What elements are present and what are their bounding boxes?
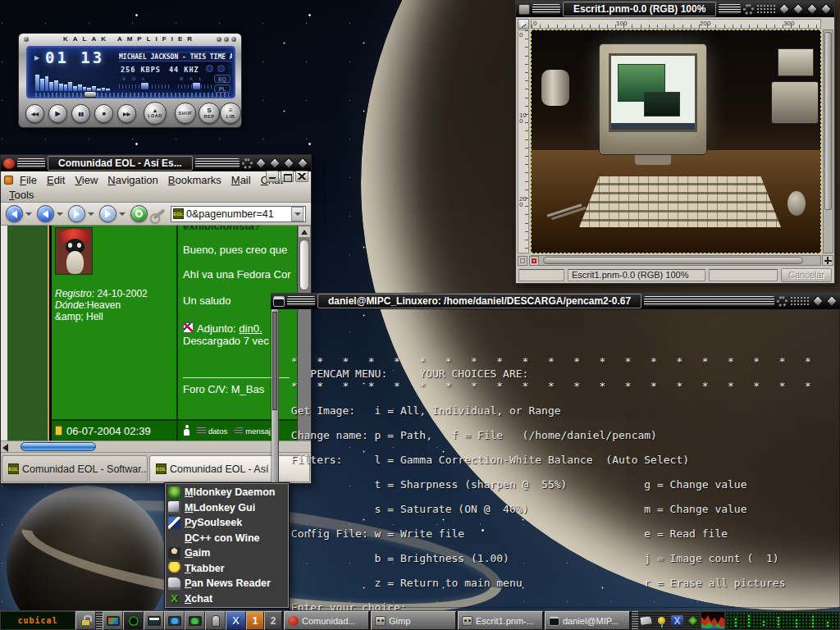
taskbar-window-escrit1[interactable]: Escrit1.pnm-... (458, 611, 543, 630)
spectrum-analyzer[interactable] (35, 71, 111, 91)
led-matrix-widget[interactable] (725, 611, 840, 630)
seek-knob[interactable] (84, 91, 97, 98)
gimp-image-window[interactable]: Escrit1.pnm-0.0 (RGB) 100% 0 100 200 300… (515, 0, 835, 284)
back-dropdown-caret[interactable] (25, 212, 32, 216)
scrollbar-thumb[interactable] (299, 240, 309, 290)
menu-edit[interactable]: Edit (47, 173, 65, 187)
forward-button[interactable] (68, 205, 85, 222)
mensaje-button[interactable]: mensaj (233, 427, 271, 436)
xmms-shade-dot[interactable] (224, 37, 229, 42)
seek-bar[interactable] (35, 93, 229, 98)
url-bar[interactable]: EOL 0&pagenumber=41 (171, 206, 306, 222)
window-control-diamond[interactable] (792, 3, 804, 15)
minimize-button[interactable] (266, 171, 279, 182)
gear-icon[interactable] (242, 158, 253, 169)
gimp-canvas-photo[interactable] (531, 30, 821, 253)
volume-slider[interactable] (119, 84, 171, 89)
tray-mldonkey-icon[interactable] (685, 611, 701, 630)
menu-item-pysoulseek[interactable]: PySoulseek (165, 515, 289, 531)
xmms-time[interactable]: 01 13 (45, 48, 104, 66)
close-button[interactable] (295, 171, 308, 182)
forward-alt-button[interactable] (99, 205, 116, 222)
dropdown-caret[interactable] (119, 212, 126, 216)
launcher-viewer[interactable] (185, 611, 205, 630)
scroll-up-button[interactable] (298, 226, 311, 238)
load-button[interactable]: ▲ LOAD (144, 102, 167, 125)
launcher-xmms[interactable]: X (226, 611, 246, 630)
menu-file[interactable]: File (20, 173, 37, 187)
menu-item-mldonkey-daemon[interactable]: Mldonkey Daemon (165, 485, 289, 500)
window-control-diamond[interactable] (269, 158, 281, 169)
launcher-display[interactable] (103, 611, 123, 630)
window-control-diamond[interactable] (255, 158, 267, 169)
library-button[interactable]: ≡ LIB (220, 103, 241, 124)
equalizer-button[interactable]: EQ (214, 75, 231, 83)
scrollbar-thumb[interactable] (272, 312, 277, 410)
pause-button[interactable]: ▮▮ (71, 104, 90, 123)
gear-icon[interactable] (743, 4, 754, 15)
xmms-menu-dot[interactable] (24, 37, 29, 42)
cancel-button[interactable]: Cancelar (781, 268, 832, 282)
gimp-titlebar[interactable]: Escrit1.pnm-0.0 (RGB) 100% (516, 1, 834, 17)
network-monitor-graph[interactable] (701, 611, 725, 630)
launcher-browser[interactable] (164, 611, 185, 630)
tray-tkabber-icon[interactable] (654, 611, 669, 630)
url-text[interactable]: 0&pagenumber=41 (186, 208, 289, 220)
workspace-2-button[interactable]: 2 (264, 611, 282, 630)
menu-view[interactable]: View (75, 173, 98, 187)
taskbar-window-terminal[interactable]: daniel@MIP... (545, 611, 630, 630)
dropdown-caret[interactable] (88, 212, 94, 216)
workspace-1-button[interactable]: 1 (246, 611, 264, 630)
avatar[interactable] (55, 227, 93, 275)
dropdown-caret[interactable] (57, 212, 63, 216)
balance-slider[interactable] (178, 84, 214, 89)
play-button[interactable]: ▶ (48, 104, 67, 123)
gimp-vertical-scrollbar[interactable] (823, 30, 833, 253)
gimp-horizontal-scrollbar[interactable] (531, 255, 821, 266)
balance-knob[interactable] (192, 82, 201, 90)
window-control-diamond[interactable] (826, 295, 838, 307)
tab-comunidad-software[interactable]: EOL Comunidad EOL - Softwar... (2, 455, 148, 482)
tray-pan-icon[interactable] (638, 611, 654, 630)
playlist-button[interactable]: PL (214, 84, 231, 93)
taskbar-window-gimp[interactable]: Gimp (371, 611, 456, 630)
menu-item-xchat[interactable]: XXchat (165, 591, 289, 607)
menu-mail[interactable]: Mail (231, 173, 251, 187)
xmms-minimize-dot[interactable] (217, 37, 221, 42)
terminal-titlebar[interactable]: daniel@MIPC_Linuxero: /home/daniel/DESCA… (271, 293, 840, 309)
window-control-diamond[interactable] (778, 3, 790, 15)
window-control-diamond[interactable] (806, 3, 818, 15)
menu-tools[interactable]: Tools (9, 188, 34, 202)
browser-titlebar[interactable]: Comunidad EOL - Así Es... (1, 155, 311, 171)
lock-screen-button[interactable] (75, 611, 96, 630)
attachment-link[interactable]: din0. (239, 322, 262, 335)
browser-window[interactable]: Comunidad EOL - Así Es... FileEditViewNa… (0, 154, 312, 484)
xmms-player-window[interactable]: KALAK AMPLIFIER ▶ 01 13 MICHAEL JACKSON … (18, 33, 242, 128)
back-alt-button[interactable] (37, 205, 54, 222)
gimp-menu-button[interactable] (518, 19, 529, 29)
selection-mode-toggle[interactable] (518, 256, 527, 266)
scroll-left-icon[interactable] (2, 444, 8, 452)
content-horizontal-scrollbar[interactable] (1, 441, 311, 453)
volume-knob[interactable] (140, 82, 149, 90)
xmms-close-dot[interactable] (231, 37, 236, 42)
launcher-input[interactable] (205, 611, 226, 630)
gear-icon[interactable] (777, 296, 788, 307)
key-icon[interactable] (153, 208, 165, 219)
menu-item-tkabber[interactable]: Tkabber (165, 561, 289, 577)
window-control-diamond[interactable] (820, 3, 832, 15)
menu-item-dcpp-wine[interactable]: DC++ con Wine (165, 531, 289, 546)
window-control-diamond[interactable] (812, 295, 824, 307)
window-control-diamond[interactable] (283, 158, 294, 169)
repeat-button[interactable]: S REP (199, 103, 220, 124)
menu-navigation[interactable]: Navigation (107, 173, 158, 187)
next-button[interactable]: ▶▶ (117, 104, 136, 123)
launcher-terminal[interactable] (144, 611, 164, 630)
stop-button[interactable]: ■ (94, 104, 113, 123)
scrollbar-thumb[interactable] (543, 257, 803, 264)
launcher-power[interactable] (123, 611, 144, 630)
tray-xmms-icon[interactable]: X (669, 611, 685, 630)
cubical-led-widget[interactable]: cubical (0, 611, 75, 630)
shuffle-button[interactable]: SHUF (175, 103, 196, 124)
scrollbar-thumb[interactable] (824, 32, 832, 210)
